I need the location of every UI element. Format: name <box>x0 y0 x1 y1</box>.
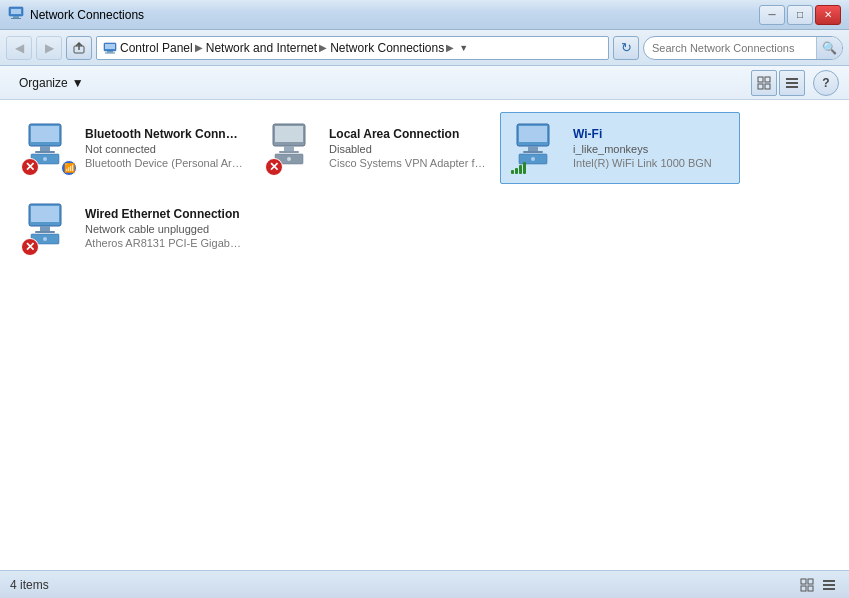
svg-rect-11 <box>758 84 763 89</box>
svg-rect-8 <box>105 52 115 53</box>
path-dropdown-button[interactable]: ▼ <box>457 43 470 53</box>
minimize-button[interactable]: ─ <box>759 5 785 25</box>
wifi-signal-icon <box>511 160 526 174</box>
wifi-status: i_like_monkeys <box>573 143 712 155</box>
list-view-button[interactable] <box>779 70 805 96</box>
svg-rect-14 <box>786 82 798 84</box>
wifi-net-info: Wi-Fi i_like_monkeys Intel(R) WiFi Link … <box>573 127 712 169</box>
item-count: 4 items <box>10 578 49 592</box>
path-control-panel[interactable]: Control Panel ▶ <box>120 41 203 55</box>
svg-rect-30 <box>528 146 538 151</box>
title-bar-title: Network Connections <box>30 8 144 22</box>
local-area-connection-item[interactable]: ✕ Local Area Connection Disabled Cisco S… <box>256 112 496 184</box>
wired-status: Network cable unplugged <box>85 223 243 235</box>
wifi-icon-stack <box>509 120 565 176</box>
svg-rect-44 <box>823 580 835 582</box>
svg-rect-25 <box>279 151 299 153</box>
svg-rect-45 <box>823 584 835 586</box>
wired-name: Wired Ethernet Connection <box>85 207 243 221</box>
path-network-internet[interactable]: Network and Internet ▶ <box>206 41 327 55</box>
svg-rect-1 <box>11 9 21 14</box>
wifi-connection-item[interactable]: Wi-Fi i_like_monkeys Intel(R) WiFi Link … <box>500 112 740 184</box>
address-bar: ◀ ▶ Control Panel ▶ Network and Internet… <box>0 30 849 66</box>
svg-rect-19 <box>35 151 55 153</box>
svg-rect-43 <box>808 586 813 591</box>
svg-rect-17 <box>31 126 59 142</box>
bluetooth-desc: Bluetooth Device (Personal Area ... <box>85 157 243 169</box>
bluetooth-name: Bluetooth Network Connection <box>85 127 243 141</box>
svg-rect-37 <box>35 231 55 233</box>
wired-ethernet-item[interactable]: ✕ Wired Ethernet Connection Network cabl… <box>12 192 252 264</box>
svg-point-21 <box>43 157 47 161</box>
svg-rect-13 <box>786 78 798 80</box>
local-area-name: Local Area Connection <box>329 127 487 141</box>
svg-rect-41 <box>808 579 813 584</box>
local-area-net-info: Local Area Connection Disabled Cisco Sys… <box>329 127 487 169</box>
error-icon: ✕ <box>21 158 39 176</box>
bluetooth-badge: 📶 <box>61 160 77 176</box>
svg-rect-36 <box>40 226 50 231</box>
maximize-button[interactable]: □ <box>787 5 813 25</box>
up-button[interactable] <box>66 36 92 60</box>
wired-error-icon: ✕ <box>21 238 39 256</box>
bluetooth-status: Not connected <box>85 143 243 155</box>
svg-rect-42 <box>801 586 806 591</box>
status-view-icons <box>797 575 839 595</box>
svg-rect-23 <box>275 126 303 142</box>
title-bar: Network Connections ─ □ ✕ <box>0 0 849 30</box>
search-input[interactable] <box>644 42 816 54</box>
help-button[interactable]: ? <box>813 70 839 96</box>
local-area-icon-stack: ✕ <box>265 120 321 176</box>
svg-rect-29 <box>519 126 547 142</box>
refresh-button[interactable]: ↻ <box>613 36 639 60</box>
svg-rect-18 <box>40 146 50 151</box>
address-path[interactable]: Control Panel ▶ Network and Internet ▶ N… <box>96 36 609 60</box>
svg-point-39 <box>43 237 47 241</box>
bluetooth-icon-stack: ✕ 📶 <box>21 120 77 176</box>
title-bar-controls: ─ □ ✕ <box>759 5 841 25</box>
back-button[interactable]: ◀ <box>6 36 32 60</box>
svg-rect-7 <box>107 51 113 53</box>
search-box[interactable]: 🔍 <box>643 36 843 60</box>
organize-button[interactable]: Organize ▼ <box>10 70 93 96</box>
view-buttons <box>751 70 805 96</box>
bluetooth-net-info: Bluetooth Network Connection Not connect… <box>85 127 243 169</box>
wired-net-info: Wired Ethernet Connection Network cable … <box>85 207 243 249</box>
svg-rect-6 <box>105 44 115 49</box>
svg-rect-46 <box>823 588 835 590</box>
search-button[interactable]: 🔍 <box>816 36 842 60</box>
local-area-status: Disabled <box>329 143 487 155</box>
disabled-icon: ✕ <box>265 158 283 176</box>
wired-desc: Atheros AR8131 PCI-E Gigabit Eth... <box>85 237 243 249</box>
status-list-view[interactable] <box>819 575 839 595</box>
wifi-name: Wi-Fi <box>573 127 712 141</box>
path-network-connections[interactable]: Network Connections ▶ <box>330 41 454 55</box>
svg-rect-15 <box>786 86 798 88</box>
svg-rect-10 <box>765 77 770 82</box>
status-bar: 4 items <box>0 570 849 598</box>
svg-rect-35 <box>31 206 59 222</box>
wired-icon-stack: ✕ <box>21 200 77 256</box>
forward-button[interactable]: ▶ <box>36 36 62 60</box>
svg-rect-24 <box>284 146 294 151</box>
svg-rect-2 <box>13 16 19 18</box>
local-area-desc: Cisco Systems VPN Adapter for 6... <box>329 157 487 169</box>
title-bar-icon <box>8 5 24 24</box>
svg-rect-12 <box>765 84 770 89</box>
bluetooth-connection-item[interactable]: ✕ 📶 Bluetooth Network Connection Not con… <box>12 112 252 184</box>
svg-point-33 <box>531 157 535 161</box>
svg-rect-40 <box>801 579 806 584</box>
change-view-button[interactable] <box>751 70 777 96</box>
main-content: ✕ 📶 Bluetooth Network Connection Not con… <box>0 100 849 570</box>
svg-rect-3 <box>11 18 21 19</box>
toolbar: Organize ▼ ? <box>0 66 849 100</box>
svg-rect-9 <box>758 77 763 82</box>
status-grid-view[interactable] <box>797 575 817 595</box>
svg-rect-31 <box>523 151 543 153</box>
wifi-desc: Intel(R) WiFi Link 1000 BGN <box>573 157 712 169</box>
close-button[interactable]: ✕ <box>815 5 841 25</box>
svg-point-27 <box>287 157 291 161</box>
